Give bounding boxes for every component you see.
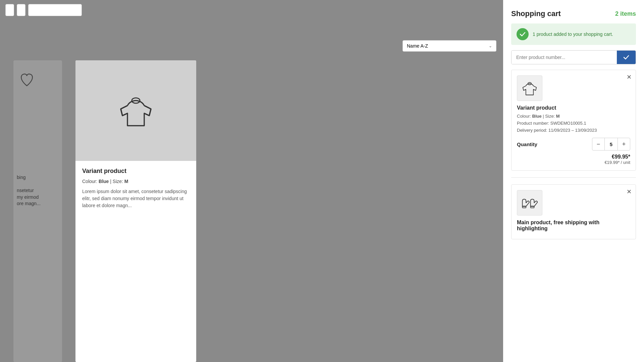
partial-product-text: bing nsetetur my eirmod ore magn... bbox=[17, 174, 59, 207]
top-bar bbox=[0, 0, 503, 20]
shopping-cart-panel: Shopping cart 2 items 1 product added to… bbox=[503, 0, 644, 362]
cart-item-2-image bbox=[517, 190, 542, 216]
cart-header: Shopping cart 2 items bbox=[511, 9, 636, 18]
success-check-icon bbox=[517, 28, 529, 40]
partial-product-image bbox=[17, 67, 37, 107]
quantity-increase-button[interactable]: + bbox=[618, 138, 630, 150]
partial-product-icon bbox=[18, 70, 35, 104]
product-card-description: Lorem ipsum dolor sit amet, consetetur s… bbox=[82, 188, 190, 209]
cart-item-2-header bbox=[517, 190, 630, 216]
products-grid: bing nsetetur my eirmod ore magn... bbox=[0, 60, 503, 362]
cart-divider bbox=[511, 177, 636, 178]
top-bar-button-3[interactable] bbox=[28, 4, 82, 16]
top-bar-button-1[interactable] bbox=[5, 4, 14, 16]
quantity-label: Quantity bbox=[517, 141, 537, 147]
product-number-row bbox=[511, 50, 636, 64]
svg-rect-3 bbox=[531, 206, 534, 208]
product-card-main: Variant product Colour: Blue | Size: M L… bbox=[75, 60, 196, 362]
cart-item-image bbox=[517, 75, 542, 101]
shirt-product-icon bbox=[116, 90, 156, 131]
cart-item-2-remove-button[interactable]: ✕ bbox=[627, 189, 632, 195]
cart-item-mittens-icon bbox=[521, 194, 539, 212]
product-number-input[interactable] bbox=[512, 51, 617, 64]
quantity-decrease-button[interactable]: − bbox=[592, 138, 604, 150]
cart-item-details: Variant product Colour: Blue | Size: M P… bbox=[517, 105, 630, 134]
cart-item-price-row: €99.95* €19.99* / unit bbox=[517, 154, 630, 165]
product-card-body: Variant product Colour: Blue | Size: M L… bbox=[75, 161, 196, 362]
cart-item: ✕ Variant product Colour: Blue | Size: M… bbox=[511, 70, 636, 171]
cart-item-2: ✕ Main product, free shipping with highl… bbox=[511, 184, 636, 239]
price-total: €99.95* bbox=[612, 154, 630, 160]
svg-rect-2 bbox=[522, 206, 526, 208]
quantity-value: 5 bbox=[604, 138, 618, 150]
product-card-image bbox=[75, 60, 196, 161]
product-number-submit-button[interactable] bbox=[617, 51, 636, 64]
success-message: 1 product added to your shopping cart. bbox=[533, 32, 613, 37]
cart-item-remove-button[interactable]: ✕ bbox=[627, 74, 632, 80]
cart-item-shirt-icon bbox=[521, 79, 539, 97]
chevron-down-icon: ⌄ bbox=[489, 44, 492, 48]
product-card-color: Colour: Blue | Size: M bbox=[82, 179, 190, 184]
product-listing-area: Name A-Z ⌄ bing nsetetur my eirmod ore m… bbox=[0, 0, 503, 362]
sort-dropdown-label: Name A-Z bbox=[407, 43, 428, 49]
cart-item-count: 2 items bbox=[615, 10, 636, 17]
cart-item-meta: Colour: Blue | Size: M Product number: S… bbox=[517, 113, 630, 134]
cart-item-name: Variant product bbox=[517, 105, 630, 111]
success-banner: 1 product added to your shopping cart. bbox=[511, 23, 636, 45]
price-unit: €19.99* / unit bbox=[604, 160, 630, 165]
product-card-partial: bing nsetetur my eirmod ore magn... bbox=[13, 60, 62, 362]
cart-item-quantity-row: Quantity − 5 + bbox=[517, 138, 630, 150]
quantity-stepper: − 5 + bbox=[592, 138, 630, 150]
cart-item-header bbox=[517, 75, 630, 101]
product-card-title: Variant product bbox=[82, 168, 190, 175]
top-bar-button-2[interactable] bbox=[17, 4, 25, 16]
cart-item-2-details: Main product, free shipping with highlig… bbox=[517, 220, 630, 232]
cart-item-2-name: Main product, free shipping with highlig… bbox=[517, 220, 630, 232]
cart-title: Shopping cart bbox=[511, 9, 561, 18]
sort-dropdown[interactable]: Name A-Z ⌄ bbox=[402, 40, 496, 52]
checkmark-icon bbox=[623, 54, 630, 61]
